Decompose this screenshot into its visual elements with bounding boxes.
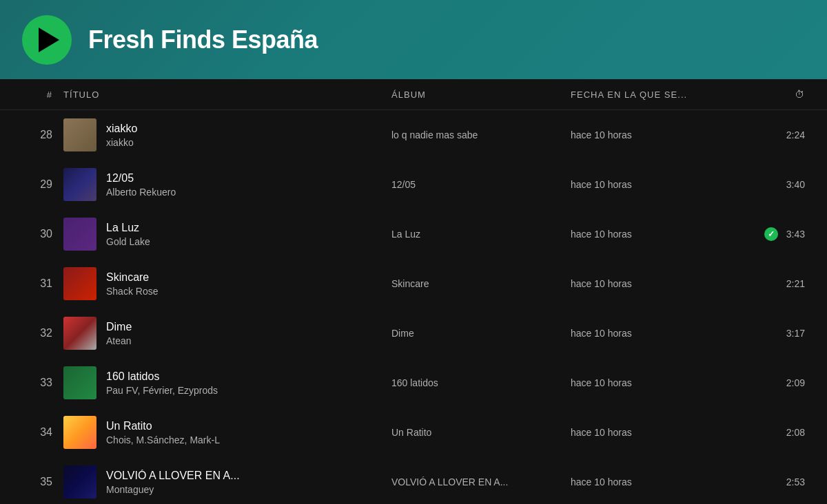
track-duration-cell: 2:08 <box>750 427 805 438</box>
track-number: 32 <box>22 327 63 339</box>
track-name: La Luz <box>106 222 150 234</box>
track-duration-cell: ✓ 3:43 <box>750 227 805 241</box>
track-date: hace 10 horas <box>571 229 750 240</box>
col-header-num: # <box>22 90 63 100</box>
clock-icon: ⏱ <box>795 89 805 100</box>
playlist-header: Fresh Finds España <box>0 0 827 79</box>
track-row[interactable]: 31 Skincare Shack Rose Skincare hace 10 … <box>0 259 827 308</box>
track-thumbnail <box>63 366 96 399</box>
track-name: 12/05 <box>106 172 176 185</box>
track-date: hace 10 horas <box>571 427 750 438</box>
track-album: Un Ratito <box>391 427 571 438</box>
track-duration: 2:08 <box>786 427 805 438</box>
track-artist: Alberto Rekuero <box>106 187 176 198</box>
track-info: Skincare Shack Rose <box>63 267 391 300</box>
track-text: VOLVIÓ A LLOVER EN A... Montaguey <box>106 470 240 495</box>
track-artist: Pau FV, Février, Ezyprods <box>106 385 218 396</box>
track-list: 28 xiakko xiakko lo q nadie mas sabe hac… <box>0 110 827 504</box>
play-button[interactable] <box>22 15 72 65</box>
track-number: 28 <box>22 129 63 141</box>
track-date: hace 10 horas <box>571 328 750 339</box>
col-header-album: Álbum <box>391 90 571 100</box>
track-duration: 2:09 <box>786 377 805 388</box>
track-thumbnail <box>63 465 96 498</box>
col-header-title: Título <box>63 90 391 100</box>
track-album: lo q nadie mas sabe <box>391 129 571 140</box>
track-text: Un Ratito Chois, M.Sánchez, Mark-L <box>106 420 220 445</box>
track-artist: Chois, M.Sánchez, Mark-L <box>106 434 220 445</box>
track-thumbnail <box>63 168 96 201</box>
track-name: xiakko <box>106 123 137 135</box>
track-text: La Luz Gold Lake <box>106 222 150 247</box>
track-duration-cell: 2:21 <box>750 278 805 289</box>
saved-icon: ✓ <box>764 227 778 241</box>
table-header: # Título Álbum Fecha en la que se... ⏱ <box>0 79 827 110</box>
track-row[interactable]: 34 Un Ratito Chois, M.Sánchez, Mark-L Un… <box>0 408 827 457</box>
track-duration: 2:24 <box>786 129 805 140</box>
track-text: Dime Atean <box>106 321 132 346</box>
track-duration-cell: 3:40 <box>750 179 805 190</box>
track-info: 160 latidos Pau FV, Février, Ezyprods <box>63 366 391 399</box>
track-text: Skincare Shack Rose <box>106 271 158 297</box>
track-album: 160 latidos <box>391 377 571 388</box>
track-info: 12/05 Alberto Rekuero <box>63 168 391 201</box>
track-duration-cell: 2:53 <box>750 476 805 487</box>
track-row[interactable]: 33 160 latidos Pau FV, Février, Ezyprods… <box>0 358 827 408</box>
playlist-title: Fresh Finds España <box>88 25 318 54</box>
play-icon <box>39 28 59 52</box>
track-artist: Shack Rose <box>106 286 158 297</box>
track-artist: Atean <box>106 335 132 346</box>
track-number: 34 <box>22 426 63 439</box>
track-date: hace 10 horas <box>571 129 750 140</box>
track-name: 160 latidos <box>106 370 218 383</box>
track-number: 29 <box>22 178 63 191</box>
track-duration-cell: 3:17 <box>750 328 805 339</box>
track-row[interactable]: 32 Dime Atean Dime hace 10 horas 3:17 <box>0 308 827 358</box>
track-artist: Gold Lake <box>106 236 150 247</box>
play-button-container <box>22 15 72 65</box>
track-row[interactable]: 28 xiakko xiakko lo q nadie mas sabe hac… <box>0 110 827 160</box>
track-thumbnail <box>63 218 96 251</box>
track-text: 12/05 Alberto Rekuero <box>106 172 176 198</box>
col-header-duration: ⏱ <box>750 89 805 100</box>
col-header-date: Fecha en la que se... <box>571 90 750 100</box>
track-number: 35 <box>22 476 63 488</box>
track-duration: 3:17 <box>786 328 805 339</box>
track-thumbnail <box>63 267 96 300</box>
checkmark-icon: ✓ <box>768 229 775 239</box>
track-duration: 3:43 <box>786 229 805 240</box>
track-artist: xiakko <box>106 137 137 148</box>
track-number: 31 <box>22 277 63 290</box>
track-date: hace 10 horas <box>571 179 750 190</box>
track-number: 33 <box>22 377 63 389</box>
track-artist: Montaguey <box>106 484 240 495</box>
track-info: Dime Atean <box>63 317 391 350</box>
track-date: hace 10 horas <box>571 476 750 487</box>
track-album: Dime <box>391 328 571 339</box>
track-name: Dime <box>106 321 132 333</box>
track-duration: 3:40 <box>786 179 805 190</box>
track-info: xiakko xiakko <box>63 118 391 151</box>
track-album: VOLVIÓ A LLOVER EN A... <box>391 476 571 487</box>
track-row[interactable]: 29 12/05 Alberto Rekuero 12/05 hace 10 h… <box>0 160 827 209</box>
track-text: 160 latidos Pau FV, Février, Ezyprods <box>106 370 218 396</box>
track-name: Un Ratito <box>106 420 220 432</box>
track-duration: 2:53 <box>786 476 805 487</box>
track-date: hace 10 horas <box>571 278 750 289</box>
track-album: 12/05 <box>391 179 571 190</box>
track-date: hace 10 horas <box>571 377 750 388</box>
track-info: La Luz Gold Lake <box>63 218 391 251</box>
track-name: Skincare <box>106 271 158 284</box>
track-number: 30 <box>22 228 63 240</box>
track-row[interactable]: 30 La Luz Gold Lake La Luz hace 10 horas… <box>0 209 827 259</box>
track-info: VOLVIÓ A LLOVER EN A... Montaguey <box>63 465 391 498</box>
track-thumbnail <box>63 416 96 449</box>
track-thumbnail <box>63 118 96 151</box>
track-info: Un Ratito Chois, M.Sánchez, Mark-L <box>63 416 391 449</box>
track-row[interactable]: 35 VOLVIÓ A LLOVER EN A... Montaguey VOL… <box>0 457 827 504</box>
track-name: VOLVIÓ A LLOVER EN A... <box>106 470 240 482</box>
track-thumbnail <box>63 317 96 350</box>
track-duration: 2:21 <box>786 278 805 289</box>
track-text: xiakko xiakko <box>106 123 137 148</box>
track-duration-cell: 2:09 <box>750 377 805 388</box>
